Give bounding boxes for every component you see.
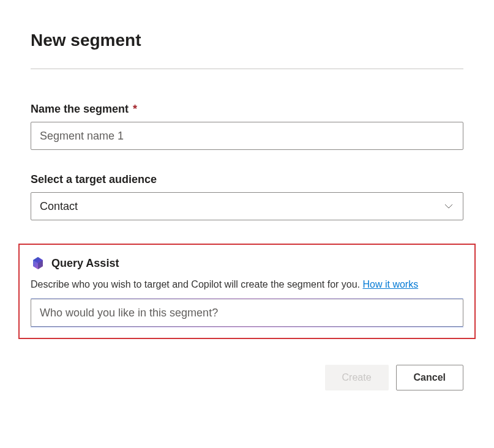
- cancel-button[interactable]: Cancel: [396, 365, 463, 390]
- target-audience-label: Select a target audience: [31, 173, 463, 186]
- query-assist-section: Query Assist Describe who you wish to ta…: [18, 244, 476, 339]
- query-assist-input[interactable]: [31, 299, 463, 327]
- target-audience-select[interactable]: Contact: [31, 192, 463, 220]
- segment-name-label: Name the segment *: [31, 103, 463, 116]
- copilot-icon: [31, 256, 45, 271]
- gradient-top-accent: [31, 298, 463, 299]
- query-assist-description-text: Describe who you wish to target and Copi…: [31, 279, 363, 289]
- button-row: Create Cancel: [31, 365, 463, 390]
- page-title: New segment: [31, 31, 463, 50]
- query-input-wrapper: [31, 299, 463, 327]
- query-assist-header: Query Assist: [31, 256, 463, 271]
- create-button[interactable]: Create: [325, 365, 389, 390]
- segment-name-field-group: Name the segment *: [31, 103, 463, 150]
- target-audience-field-group: Select a target audience Contact: [31, 173, 463, 220]
- gradient-bottom-accent: [31, 326, 463, 327]
- required-asterisk: *: [133, 103, 137, 115]
- how-it-works-link[interactable]: How it works: [363, 279, 419, 289]
- segment-name-label-text: Name the segment: [31, 103, 129, 115]
- query-assist-title: Query Assist: [51, 257, 119, 270]
- target-audience-select-wrapper: Contact: [31, 192, 463, 220]
- query-assist-description: Describe who you wish to target and Copi…: [31, 279, 463, 290]
- divider: [31, 69, 463, 69]
- segment-name-input[interactable]: [31, 122, 463, 150]
